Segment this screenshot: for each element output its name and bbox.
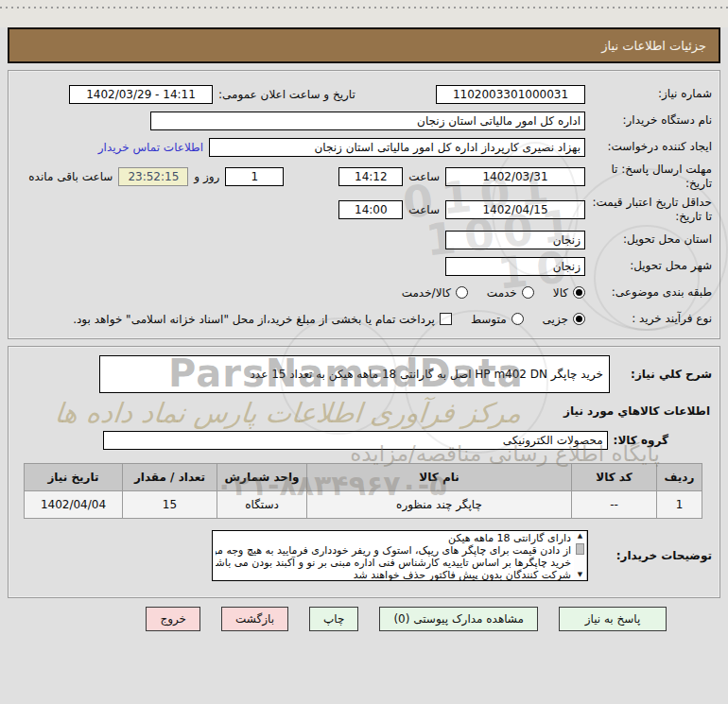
validity-time-input[interactable]: 14:00 (338, 200, 403, 219)
radio-selected-icon[interactable] (573, 286, 585, 299)
print-button[interactable]: چاپ (309, 607, 358, 631)
radio-option-khedmat[interactable]: خدمت (487, 286, 534, 300)
hour-word: ساعت (408, 170, 440, 183)
row-classification: طبقه بندی موضوعی: کالا خدمت کالا/خدمت (16, 282, 712, 303)
buyer-notes-label: توضیحات خریدار: (594, 549, 712, 563)
buyer-notes-textarea[interactable]: دارای گارانتی 18 ماهه هیکن از دادن قیمت … (212, 530, 588, 581)
goods-table-header-row: ردیف کد کالا نام کالا واحد شمارش تعداد /… (25, 464, 702, 491)
notes-line: شرکت کنندگان بدون پیش فاکتور حذف خواهند … (216, 569, 571, 581)
remaining-time-countdown: 23:52:15 (118, 167, 188, 186)
row-buyer-org: نام دستگاه خریدار: اداره کل امور مالیاتی… (16, 110, 712, 131)
row-creator: ایجاد کننده درخواست: بهزاد نصیری کارپردا… (16, 136, 712, 158)
page-top-strip (0, 0, 728, 27)
scroll-down-icon[interactable]: ▼ (574, 570, 586, 580)
cell-row-number: 1 (657, 491, 702, 519)
checkbox-icon[interactable] (440, 313, 452, 325)
radio-label: کالا (553, 286, 568, 300)
view-attached-documents-button[interactable]: مشاهده مدارک پیوستی (0) (379, 607, 538, 631)
creator-input[interactable]: بهزاد نصیری کارپرداز اداره کل امور مالیا… (209, 138, 585, 157)
city-label: شهر محل تحویل: (591, 259, 712, 273)
process-type-label: نوع فرآیند خرید : (591, 312, 712, 326)
row-city: شهر محل تحویل: زنجان (16, 255, 712, 277)
row-process-type: نوع فرآیند خرید : جزیی متوسط پرداخت تمام… (16, 308, 712, 330)
row-need-number: شماره نیاز: 1102003301000031 تاریخ و ساع… (16, 83, 712, 105)
goods-table-row: 1 -- چاپگر چند منظوره دستگاه 15 1402/04/… (25, 491, 702, 519)
scrollbar-thumb[interactable] (576, 543, 584, 555)
radio-icon[interactable] (522, 286, 534, 299)
cell-goods-code: -- (572, 491, 657, 519)
row-goods-group: گروه کالا: محصولات الکترونیکی (16, 429, 712, 451)
treasury-checkbox-label: پرداخت تمام یا بخشی از مبلغ خرید،از محل … (73, 313, 435, 326)
days-and-word: روز و (194, 170, 219, 183)
province-label: استان محل تحویل: (591, 232, 712, 247)
goods-table: ردیف کد کالا نام کالا واحد شمارش تعداد /… (24, 463, 702, 519)
validity-label: حداقل تاریخ اعتبار قیمت: تا تاریخ: (591, 196, 712, 224)
dotted-divider (0, 7, 728, 9)
cell-unit: دستگاه (217, 491, 307, 519)
radio-option-kala[interactable]: کالا (553, 286, 585, 300)
col-header-unit: واحد شمارش (217, 464, 307, 491)
radio-icon[interactable] (511, 313, 524, 325)
row-province: استان محل تحویل: زنجان (16, 229, 712, 250)
creator-label: ایجاد کننده درخواست: (591, 140, 712, 154)
col-header-quantity: تعداد / مقدار (123, 464, 217, 491)
hour-word: ساعت (408, 203, 440, 216)
buyer-contact-link[interactable]: اطلاعات تماس خریدار (98, 141, 203, 154)
remaining-days-box: 1 (225, 167, 284, 186)
respond-to-need-button[interactable]: پاسخ به نیاز (559, 607, 667, 631)
col-header-need-date: تاریخ نیاز (25, 464, 123, 491)
buyer-org-label: نام دستگاه خریدار: (591, 113, 712, 128)
page-title: جزئیات اطلاعات نیاز (601, 39, 706, 53)
back-button[interactable]: بازگشت (221, 607, 288, 631)
cell-need-date: 1402/04/04 (25, 491, 123, 519)
remaining-suffix: ساعت باقی مانده (28, 170, 113, 183)
radio-label: کالا/خدمت (402, 286, 451, 300)
radio-label: متوسط (471, 313, 507, 326)
cell-goods-name: چاپگر چند منظوره (307, 491, 572, 519)
radio-label: جزیی (543, 313, 568, 326)
col-header-row-number: ردیف (657, 464, 702, 491)
city-input[interactable]: زنجان (445, 257, 585, 276)
announce-datetime-label: تاریخ و ساعت اعلان عمومی: (218, 88, 355, 101)
radio-selected-icon[interactable] (573, 313, 585, 325)
scroll-up-icon[interactable]: ▲ (574, 531, 586, 541)
row-validity: حداقل تاریخ اعتبار قیمت: تا تاریخ: 1402/… (16, 196, 712, 224)
radio-option-motevasset[interactable]: متوسط (471, 313, 524, 326)
radio-label: خدمت (487, 286, 517, 300)
radio-option-jozii[interactable]: جزیی (543, 313, 585, 326)
classification-label: طبقه بندی موضوعی: (591, 285, 712, 300)
exit-button[interactable]: خروج (146, 607, 200, 631)
deadline-time-input[interactable]: 14:12 (338, 167, 403, 186)
announce-datetime-input[interactable]: 1402/03/29 - 14:11 (69, 85, 213, 104)
row-need-description: شرح کلي نیاز: خرید چاپگر HP m402 DN اصل … (16, 355, 712, 393)
need-description-label: شرح کلي نیاز: (615, 368, 712, 381)
validity-date-input[interactable]: 1402/04/15 (445, 200, 585, 219)
col-header-goods-code: کد کالا (572, 464, 657, 491)
notes-line: دارای گارانتی 18 ماهه هیکن (216, 532, 571, 544)
goods-info-panel: شرح کلي نیاز: خرید چاپگر HP m402 DN اصل … (8, 346, 720, 598)
cell-quantity: 15 (123, 491, 217, 519)
need-description-input[interactable]: خرید چاپگر HP m402 DN اصل به گارانتی 18 … (99, 355, 610, 393)
treasury-checkbox-option[interactable]: پرداخت تمام یا بخشی از مبلغ خرید،از محل … (73, 313, 452, 326)
goods-group-input[interactable]: محصولات الکترونیکی (103, 431, 608, 450)
action-buttons-row: پاسخ به نیاز مشاهده مدارک پیوستی (0) چاپ… (0, 598, 728, 631)
radio-icon[interactable] (456, 286, 468, 299)
deadline-date-input[interactable]: 1402/03/31 (445, 167, 585, 186)
buyer-org-input[interactable]: اداره کل امور مالیاتی استان زنجان (150, 112, 585, 130)
col-header-goods-name: نام کالا (307, 464, 572, 491)
goods-section-heading: اطلاعات کالاهاي مورد نیاز (16, 404, 710, 418)
notes-line: خرید چاپگرها بر اساس تاییدیه کارشناس فنی… (216, 557, 571, 569)
radio-option-kala-khedmat[interactable]: کالا/خدمت (402, 286, 468, 300)
notes-line: از دادن قیمت برای چاپگر های ریپک، استوک … (216, 544, 571, 557)
need-info-panel: شماره نیاز: 1102003301000031 تاریخ و ساع… (8, 70, 720, 339)
province-input[interactable]: زنجان (445, 231, 585, 249)
notes-scrollbar[interactable]: ▲ ▼ (574, 531, 587, 580)
deadline-label: مهلت ارسال پاسخ: تا تاریخ: (591, 163, 712, 191)
need-number-label: شماره نیاز: (591, 87, 712, 101)
row-deadline: مهلت ارسال پاسخ: تا تاریخ: 1402/03/31 سا… (16, 163, 712, 191)
title-bar: جزئیات اطلاعات نیاز (8, 27, 720, 63)
row-buyer-notes: توضیحات خریدار: دارای گارانتی 18 ماهه هی… (16, 530, 712, 581)
goods-group-label: گروه کالا: (614, 434, 668, 447)
need-number-input[interactable]: 1102003301000031 (436, 85, 585, 104)
